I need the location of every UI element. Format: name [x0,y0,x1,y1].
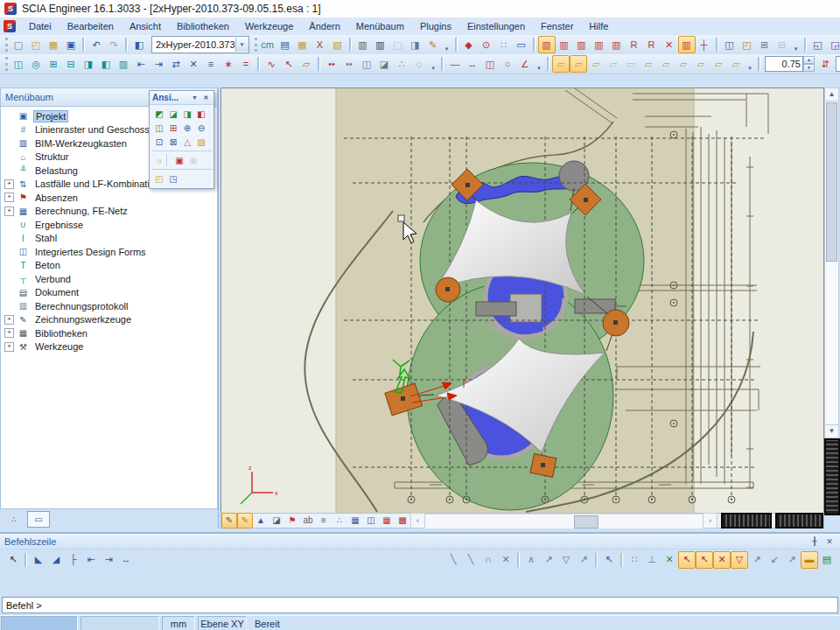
project-window-icon[interactable]: ◧ [130,36,148,53]
layer-folder-g-icon[interactable]: ▱ [675,55,692,73]
zoom-slider-vertical[interactable] [824,438,840,515]
print-icon[interactable]: ▥ [354,36,372,53]
rebar-zero-icon[interactable]: ▥ [678,36,696,53]
undo-icon[interactable]: ↶ [88,36,105,53]
snap-arc-center-icon[interactable]: ↗ [748,551,766,569]
snap-cursor-icon[interactable]: ↖ [600,551,618,569]
snap-mode-icon[interactable] [517,553,520,567]
snap-delete-icon[interactable]: ✕ [497,551,514,569]
trim-icon[interactable]: ⇤ [132,55,150,73]
layers-icon[interactable]: ▤ [276,36,294,53]
grid-b-icon[interactable]: ▩ [395,513,410,528]
split-beam-icon[interactable]: ◧ [97,55,115,73]
tree-item-bibliotheken[interactable]: + ▦ Bibliotheken [1,326,217,340]
camera-path-icon[interactable]: ▣ [172,153,186,167]
select-start-icon[interactable]: ⇤ [82,551,100,569]
layer-folder-r2-icon[interactable]: ▱ [657,55,675,73]
picture-edit-icon[interactable]: ✎ [424,36,442,53]
overflow-icon[interactable]: ▾ [791,35,802,54]
select-line-icon[interactable]: ◣ [30,551,47,569]
menu-item[interactable]: Ändern [301,18,347,34]
rebar-view-2-icon[interactable]: ▥ [556,36,573,53]
scroll-left-icon[interactable]: ‹ [410,513,425,528]
perspective-icon[interactable]: ✎ [221,513,237,528]
snap-intersect-icon[interactable]: ✕ [713,551,731,569]
menu-item[interactable]: Einstellungen [459,18,533,34]
snap-mode-icon[interactable] [620,553,623,567]
layer-folder-h1-icon[interactable]: ▱ [710,55,727,73]
redo-icon[interactable]: ↷ [105,36,122,53]
pointer-icon[interactable]: ↖ [4,551,22,569]
project-combo[interactable]: 2xHyper-2010.373 ▼ [151,36,249,53]
snap-midpoint-icon[interactable]: ↖ [696,551,713,569]
rebar-view-4-icon[interactable]: ▥ [591,36,608,53]
snap-peak-icon[interactable]: ∧ [522,551,540,569]
calculator-icon[interactable]: ▦ [294,36,312,53]
save-icon[interactable]: ▣ [62,36,80,53]
scroll-up-icon[interactable]: ▲ [825,88,838,102]
tree-item-berechnung[interactable]: + ▦ Berechnung, FE-Netz [1,205,217,219]
tree-item-stahl[interactable]: I Stahl [1,232,217,246]
rebar-view-3-icon[interactable]: ▥ [573,36,591,53]
toolbar-icon[interactable] [455,38,458,52]
spin-up-icon[interactable]: ▲ [803,56,815,64]
xyz-axis-icon[interactable]: X [312,36,329,53]
view-side-icon[interactable]: ◨ [180,107,194,121]
view-save-icon[interactable]: ◫ [721,36,738,53]
break-icon[interactable]: ⇄ [167,55,185,73]
light-icon[interactable]: ☼ [152,153,166,167]
rebar-r2-icon[interactable]: R [643,36,661,53]
dimension-circle-icon[interactable]: ○ [499,55,516,73]
vertical-scroll-thumb[interactable] [826,102,837,262]
layer-folder-h2-icon[interactable]: ▱ [727,55,745,73]
copy-node-icon[interactable]: ◎ [27,55,45,73]
snap-extension-icon[interactable]: ↗ [783,551,801,569]
status-units[interactable]: mm [162,616,195,630]
snap-line-1-icon[interactable]: ╲ [444,551,462,569]
select-first-icon[interactable]: ├ [65,551,82,569]
shading-icon[interactable]: ◪ [269,513,284,528]
snap-dot-grid-icon[interactable]: ∷ [626,551,643,569]
toolbar-icon[interactable] [257,57,260,71]
modify-pointer-icon[interactable]: ↖ [280,55,298,73]
menu-item[interactable]: Bearbeiten [60,18,122,34]
document-generator-icon[interactable]: ▧ [329,36,346,53]
open-project-icon[interactable]: ◰ [27,36,45,53]
activity-icon[interactable]: ◆ [460,36,478,53]
labels-icon[interactable]: ab [300,513,316,528]
zoom-selection-icon[interactable]: △ [180,135,194,149]
pair-a-icon[interactable]: •• [323,55,340,73]
select-end-icon[interactable]: ⇥ [100,551,117,569]
snap-perp-icon[interactable]: ⊥ [643,551,661,569]
view-angle-icon[interactable]: ⊞ [166,121,180,135]
dimension-view-icon[interactable]: ◫ [363,513,379,528]
select-both-icon[interactable]: ↔ [117,551,135,569]
rebar-view-1-icon[interactable]: ▥ [538,36,556,53]
snap-mode-icon[interactable] [595,553,598,567]
align-icon[interactable]: ≡ [202,55,220,73]
reject-view-icon[interactable]: ⊟ [774,36,791,53]
vertical-scrollbar[interactable]: ▲ ▼ [824,88,839,438]
plan-view[interactable]: z x [220,88,824,514]
expander-icon[interactable]: + [4,206,14,216]
layer-folder-1-icon[interactable]: ▱ [552,55,570,73]
render-3d-icon[interactable]: ◳ [166,172,180,186]
menu-item[interactable]: Datei [21,18,60,34]
loads-icon[interactable]: ∴ [332,513,347,528]
toolbar-grip[interactable] [5,57,8,71]
menu-item[interactable]: Menübaum [348,18,412,34]
toolbar-icon[interactable] [804,38,807,52]
expander-icon[interactable]: + [4,179,14,189]
layer-folder-4-icon[interactable]: ▱ [605,55,622,73]
delete-node-icon[interactable]: ⊟ [62,55,80,73]
print-preview-icon[interactable]: ▥ [372,36,389,53]
tree-item-dokument[interactable]: ▤ Dokument [1,286,217,300]
palette-icon[interactable] [152,150,212,151]
dimension-span-icon[interactable]: ↔ [464,55,481,73]
clip-box-icon[interactable]: ◰ [152,172,166,186]
tree-item-beton[interactable]: T Beton [1,259,217,273]
zoom-all-icon[interactable]: ⊠ [166,135,180,149]
polygon-edit-icon[interactable]: ▱ [298,55,315,73]
palette-menu-icon[interactable]: ▼ [190,93,200,102]
dimension-angle-icon[interactable]: ∠ [516,55,534,73]
